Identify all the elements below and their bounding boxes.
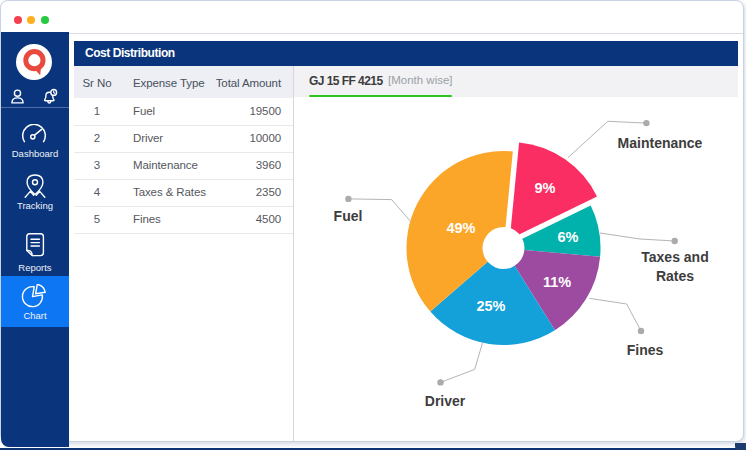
svg-text:11%: 11% xyxy=(543,274,571,290)
svg-text:25%: 25% xyxy=(476,298,505,314)
svg-text:6%: 6% xyxy=(558,229,579,245)
svg-text:49%: 49% xyxy=(446,220,475,236)
svg-text:9%: 9% xyxy=(535,180,556,196)
